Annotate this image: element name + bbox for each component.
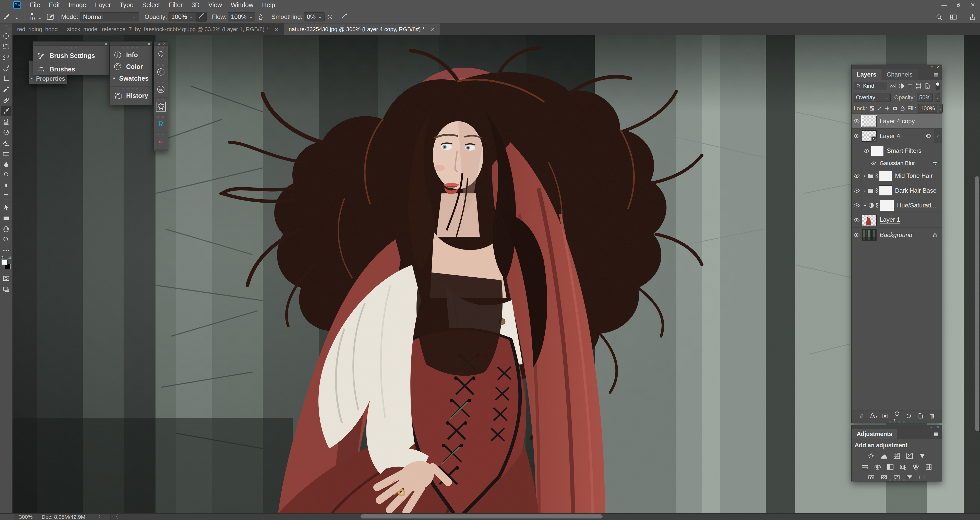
swap-colors-icon[interactable]: ⇄ [8, 255, 11, 260]
tool-eraser[interactable] [1, 138, 11, 149]
collapsed-panel-brushes[interactable]: Brushes [33, 62, 109, 76]
tab-layers[interactable]: Layers [851, 69, 881, 80]
search-button[interactable] [935, 13, 943, 21]
layer-name[interactable]: Gaussian Blur [880, 160, 915, 166]
close-tab-icon[interactable]: ✕ [430, 26, 435, 32]
layer-name[interactable]: Layer 4 [880, 132, 900, 140]
adjustment-hue-saturation[interactable] [861, 463, 869, 471]
group-mask-thumbnail[interactable] [879, 171, 892, 181]
blend-mode-select[interactable]: Normal⌄ [80, 12, 139, 21]
extension-retouch-r[interactable]: R [154, 115, 168, 132]
collapse-chevrons[interactable]: « [931, 65, 932, 69]
extension-discover-bulb[interactable] [154, 46, 168, 63]
tool-pen[interactable] [1, 181, 11, 191]
collapsed-panel-info[interactable]: Info [110, 49, 152, 61]
adjustment-brightness-contrast[interactable] [867, 451, 875, 460]
layer-thumbnail[interactable] [862, 215, 877, 226]
layer-row-layer-4[interactable]: Layer 4 [851, 128, 942, 143]
group-mask-thumbnail[interactable] [879, 185, 892, 196]
tool-move[interactable] [1, 31, 11, 41]
collapsed-panel-history[interactable]: History [110, 90, 152, 101]
lock-all[interactable] [900, 106, 905, 111]
tool-preset[interactable]: ⌄ [3, 12, 22, 21]
visibility-toggle[interactable] [851, 114, 862, 128]
extension-infinity-loop[interactable]: ∞ [154, 132, 168, 150]
adjustment-curves[interactable] [892, 451, 901, 460]
layer-fill-input[interactable]: 100% [918, 104, 937, 113]
lock-position[interactable] [885, 106, 890, 111]
link-layers-button[interactable] [858, 412, 865, 419]
menu-layer[interactable]: Layer [91, 0, 115, 10]
menu-edit[interactable]: Edit [45, 0, 64, 10]
smoothing-input[interactable]: 0%⌄ [304, 12, 324, 21]
panel-menu-icon[interactable] [933, 71, 939, 78]
restore-button[interactable] [951, 0, 966, 10]
panel-grip[interactable] [122, 47, 140, 49]
new-layer-button[interactable] [917, 412, 924, 419]
tool-shape[interactable] [1, 213, 11, 224]
visibility-toggle[interactable] [851, 183, 862, 198]
collapse-chevrons[interactable]: » [158, 41, 161, 46]
visibility-toggle[interactable] [851, 168, 862, 183]
layer-name[interactable]: Hue/Saturati... [897, 202, 936, 209]
panel-menu-icon[interactable] [933, 431, 939, 437]
adjustment-levels[interactable] [880, 451, 888, 460]
layer-opacity-input[interactable]: 50% [917, 93, 933, 102]
tool-eyedropper[interactable] [1, 84, 11, 95]
visibility-toggle[interactable] [862, 148, 871, 154]
menu-help[interactable]: Help [258, 0, 279, 10]
adjustment-mask-thumbnail[interactable] [880, 200, 894, 211]
smart-filters-row[interactable]: Smart Filters [851, 143, 942, 158]
menu-select[interactable]: Select [138, 0, 164, 10]
tool-marquee[interactable] [1, 41, 11, 52]
expand-chevron[interactable] [862, 188, 867, 193]
flow-input[interactable]: 100%⌄ [228, 12, 255, 21]
collapsed-panel-color[interactable]: Color [110, 61, 152, 73]
layer-name[interactable]: Dark Hair Base [895, 187, 937, 194]
adjustment-exposure[interactable] [905, 451, 914, 460]
tool-history-brush[interactable] [1, 127, 11, 138]
close-window-button[interactable]: ✕ [966, 0, 980, 10]
new-group-button[interactable] [905, 412, 912, 419]
layer-group-row[interactable]: Dark Hair Base [851, 183, 942, 198]
smoothing-options-gear[interactable] [325, 12, 335, 22]
smart-filter-badge[interactable] [925, 133, 932, 140]
layer-name[interactable]: Mid Tone Hair [895, 172, 933, 179]
expand-chevron[interactable] [862, 173, 867, 178]
collapse-chevrons[interactable]: » [105, 41, 107, 46]
close-tab-icon[interactable]: ✕ [274, 26, 279, 32]
visibility-toggle[interactable] [851, 198, 862, 212]
adjustment-photo-filter[interactable] [899, 463, 907, 471]
menu-3d[interactable]: 3D [187, 0, 204, 10]
opacity-input[interactable]: 100%⌄ [169, 12, 196, 21]
menu-file[interactable]: File [25, 0, 45, 10]
adjustment-layer-row[interactable]: Hue/Saturati... [851, 198, 942, 213]
filter-pixel-layers[interactable] [889, 82, 896, 89]
extension-reference-image[interactable] [154, 98, 168, 115]
layer-row-layer-1[interactable]: Layer 1 [851, 213, 942, 228]
adjustment-color-lookup[interactable] [924, 463, 933, 471]
tool-zoom[interactable] [1, 234, 11, 245]
close-icon[interactable]: ✕ [937, 65, 940, 69]
filter-mask-thumbnail[interactable] [871, 146, 884, 156]
layer-thumbnail[interactable] [862, 229, 877, 241]
layer-name[interactable]: Layer 4 copy [880, 117, 915, 125]
lock-artboard[interactable] [892, 106, 898, 111]
visibility-toggle[interactable] [851, 228, 862, 242]
lock-paint[interactable] [877, 106, 883, 111]
tool-ellipsis[interactable] [1, 245, 11, 256]
document-tab-2[interactable]: nature-3325430.jpg @ 300% (Layer 4 copy,… [284, 24, 440, 35]
layer-thumbnail[interactable] [862, 116, 877, 127]
brush-picker-chevron[interactable]: ⌄ [35, 12, 45, 21]
collapse-smart-filters[interactable] [934, 128, 942, 143]
toggle-brush-settings-button[interactable] [45, 12, 56, 22]
menu-type[interactable]: Type [115, 0, 138, 10]
layer-row-background[interactable]: Background [851, 228, 942, 243]
extension-ps-signature[interactable]: ps [154, 80, 168, 98]
tool-hand[interactable] [1, 224, 11, 234]
fill-chevron[interactable]: ⌄ [939, 104, 943, 113]
tool-brush[interactable] [1, 106, 11, 116]
pressure-size-toggle[interactable] [339, 12, 350, 22]
brush-size-preview[interactable]: 10 [29, 13, 35, 21]
horizontal-scrollbar[interactable] [361, 514, 603, 518]
